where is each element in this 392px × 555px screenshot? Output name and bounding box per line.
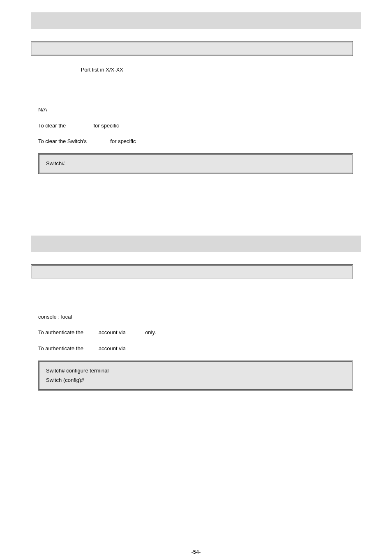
example-code-2-line2: Switch (config)# (46, 375, 345, 385)
example-code-2-line1: Switch# configure terminal (46, 366, 345, 375)
example-code-1: Switch# (46, 160, 65, 166)
usage-row-1: To clear the for specific (38, 122, 361, 130)
usage-mid-2: account via (99, 329, 126, 335)
default-value-2: console : local (38, 314, 72, 320)
default-value-1: N/A (38, 106, 47, 113)
default-row-1: N/A (38, 106, 361, 114)
example-box-2: Switch# configure terminal Switch (confi… (38, 361, 353, 391)
usage-post-1: for specific (93, 123, 119, 129)
example-desc-row-1: To clear the Switch's for specific (38, 137, 361, 146)
example-box-1: Switch# (38, 153, 353, 173)
usage-pre-2: To authenticate the (38, 329, 83, 335)
syntax-box-1 (31, 41, 353, 56)
example-post-1: for specific (110, 138, 136, 144)
usage-row-2: To authenticate the account via only. (38, 328, 361, 337)
example-pre-2: To authenticate the (38, 345, 83, 352)
section-header-bar-2 (31, 236, 361, 252)
section-header-bar-1 (31, 12, 361, 29)
page-number: -54- (0, 549, 392, 555)
example-pre-1: To clear the Switch's (38, 138, 87, 144)
syntax-box-2 (31, 264, 353, 279)
parameter-row: Port list in X/X-XX (38, 66, 361, 74)
example-desc-row-2: To authenticate the account via (38, 345, 361, 353)
example-mid-2: account via (99, 345, 126, 352)
usage-pre-1: To clear the (38, 123, 66, 129)
parameter-description: Port list in X/X-XX (81, 67, 123, 73)
usage-post-2: only. (145, 329, 156, 335)
default-row-2: console : local (38, 313, 361, 321)
